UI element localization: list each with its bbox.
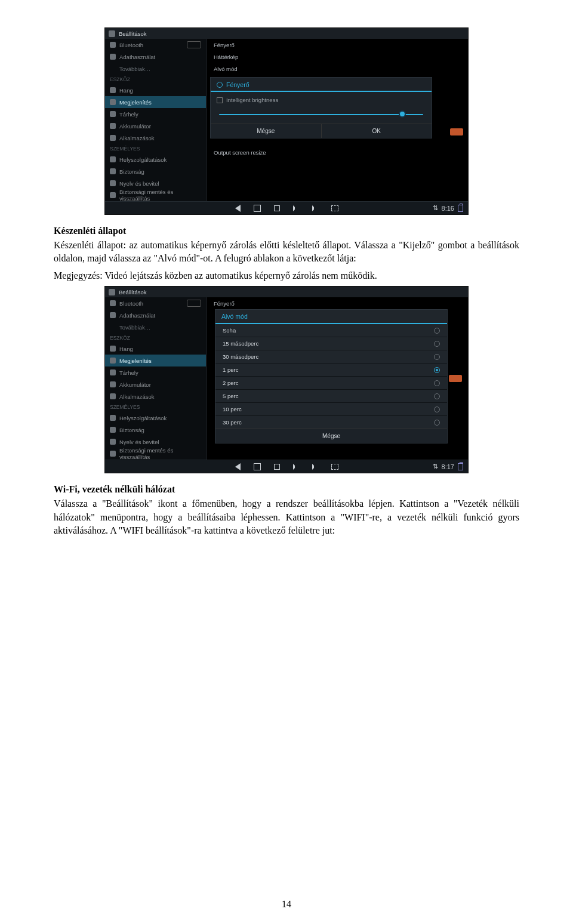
sleep-option[interactable]: 30 perc (215, 416, 447, 429)
checkbox-icon[interactable] (217, 97, 223, 103)
sleep-option[interactable]: 10 perc (215, 403, 447, 416)
radio-icon[interactable] (434, 354, 440, 360)
radio-icon[interactable] (434, 367, 440, 373)
sleep-option-label: 2 perc (223, 380, 238, 386)
apps-icon (110, 135, 116, 141)
warning-badge (450, 128, 463, 135)
page-number: 14 (0, 899, 573, 910)
cancel-button[interactable]: Mégse (211, 124, 322, 138)
back-button[interactable] (235, 463, 241, 470)
sidebar-item-security[interactable]: Biztonság (105, 424, 206, 436)
sleep-option-label: 15 másodperc (223, 340, 258, 347)
sidebar-item-more[interactable]: Továbbiak… (105, 321, 206, 333)
statusbar-right: ⇅ 8:16 (433, 204, 463, 212)
home-button[interactable] (254, 463, 261, 470)
standby-paragraph-2: Megjegyzés: Videó lejátszás közben az au… (54, 269, 519, 282)
lock-icon (110, 168, 116, 174)
standby-paragraph-1: Készenléti állapot: az automatikus képer… (54, 239, 519, 266)
sidebar-item-battery[interactable]: Akkumulátor (105, 120, 206, 132)
volume-down-icon[interactable] (293, 205, 299, 211)
option-sleep[interactable]: Alvó mód (207, 63, 468, 75)
sidebar-item-backup[interactable]: Biztonsági mentés és visszaállítás (105, 448, 206, 460)
option-brightness[interactable]: Fényerő (207, 39, 468, 51)
system-navbar: ⇅ 8:16 (105, 201, 468, 214)
sleep-option-label: 30 másodperc (223, 353, 258, 360)
radio-icon[interactable] (434, 420, 440, 426)
volume-down-icon[interactable] (293, 464, 299, 470)
sleep-option[interactable]: Soha (215, 324, 447, 337)
backup-icon (110, 451, 116, 457)
sidebar-item-data[interactable]: Adathasználat (105, 51, 206, 63)
screenshot-icon[interactable] (331, 205, 338, 211)
screenshot-icon[interactable] (331, 464, 338, 470)
slider-thumb[interactable] (399, 110, 406, 118)
section-personal: SZEMÉLYES (105, 402, 206, 412)
sidebar-item-apps[interactable]: Alkalmazások (105, 132, 206, 144)
volume-up-icon[interactable] (312, 205, 318, 211)
app-title: Beállítások (119, 289, 146, 295)
home-button[interactable] (254, 205, 261, 212)
lock-icon (110, 427, 116, 433)
storage-icon (110, 111, 116, 117)
brightness-slider[interactable] (211, 108, 432, 124)
sleep-option[interactable]: 30 másodperc (215, 350, 447, 364)
sidebar-item-battery[interactable]: Akkumulátor (105, 378, 206, 390)
battery-icon (458, 463, 463, 470)
bluetooth-toggle[interactable] (187, 41, 201, 48)
section-personal: SZEMÉLYES (105, 144, 206, 153)
sidebar-item-bluetooth[interactable]: Bluetooth (105, 297, 206, 309)
sidebar-item-location[interactable]: Helyszolgáltatások (105, 153, 206, 165)
brightness-dialog: Fényerő Intelligent brightness Mégse OK (210, 77, 432, 138)
clock: 8:17 (442, 463, 454, 470)
sidebar-item-apps[interactable]: Alkalmazások (105, 390, 206, 402)
sidebar-item-sound[interactable]: Hang (105, 343, 206, 355)
dialog-title: Alvó mód (215, 310, 447, 324)
sleep-option[interactable]: 1 perc (215, 364, 447, 377)
sidebar-item-sound[interactable]: Hang (105, 84, 206, 96)
sleep-option[interactable]: 2 perc (215, 377, 447, 390)
radio-icon[interactable] (434, 393, 440, 399)
option-wallpaper[interactable]: Háttérkép (207, 51, 468, 63)
auto-brightness-row[interactable]: Intelligent brightness (211, 92, 432, 108)
display-icon (110, 358, 116, 364)
sidebar-item-security[interactable]: Biztonság (105, 165, 206, 177)
data-icon (110, 312, 116, 318)
recents-button[interactable] (274, 464, 280, 470)
ok-button[interactable]: OK (322, 124, 432, 138)
sidebar-item-location[interactable]: Helyszolgáltatások (105, 412, 206, 424)
apps-icon (110, 393, 116, 399)
location-icon (110, 415, 116, 421)
back-button[interactable] (235, 205, 241, 212)
battery-icon (110, 381, 116, 387)
sidebar-item-display[interactable]: Megjelenítés (105, 355, 206, 366)
settings-sidebar: Bluetooth Adathasználat Továbbiak… ESZKÖ… (105, 39, 207, 201)
recents-button[interactable] (274, 205, 280, 211)
sidebar-item-more[interactable]: Továbbiak… (105, 63, 206, 75)
radio-icon[interactable] (434, 341, 440, 347)
sidebar-item-storage[interactable]: Tárhely (105, 108, 206, 120)
sidebar-item-storage[interactable]: Tárhely (105, 366, 206, 378)
radio-icon[interactable] (434, 406, 440, 412)
sidebar-item-display[interactable]: Megjelenítés (105, 96, 206, 108)
backup-icon (110, 192, 116, 198)
data-icon (110, 54, 116, 60)
sidebar-item-language[interactable]: Nyelv és bevitel (105, 436, 206, 448)
display-icon (110, 99, 116, 105)
volume-up-icon[interactable] (312, 464, 318, 470)
option-output-resize[interactable]: Output screen resize (207, 146, 468, 158)
sidebar-item-bluetooth[interactable]: Bluetooth (105, 39, 206, 51)
radio-icon[interactable] (434, 380, 440, 386)
bluetooth-icon (110, 42, 116, 48)
sidebar-item-data[interactable]: Adathasználat (105, 309, 206, 321)
statusbar-right: ⇅ 8:17 (433, 463, 463, 470)
settings-action-bar: Beállítások (105, 28, 468, 39)
option-brightness[interactable]: Fényerő (207, 297, 468, 309)
bluetooth-toggle[interactable] (187, 300, 201, 307)
sleep-option-label: 10 perc (223, 406, 242, 412)
sleep-option[interactable]: 15 másodperc (215, 337, 447, 350)
radio-icon[interactable] (434, 328, 440, 334)
sleep-option[interactable]: 5 perc (215, 390, 447, 403)
sidebar-item-backup[interactable]: Biztonsági mentés és visszaállítás (105, 189, 206, 201)
cancel-button[interactable]: Mégse (215, 429, 447, 443)
sidebar-item-language[interactable]: Nyelv és bevitel (105, 177, 206, 189)
